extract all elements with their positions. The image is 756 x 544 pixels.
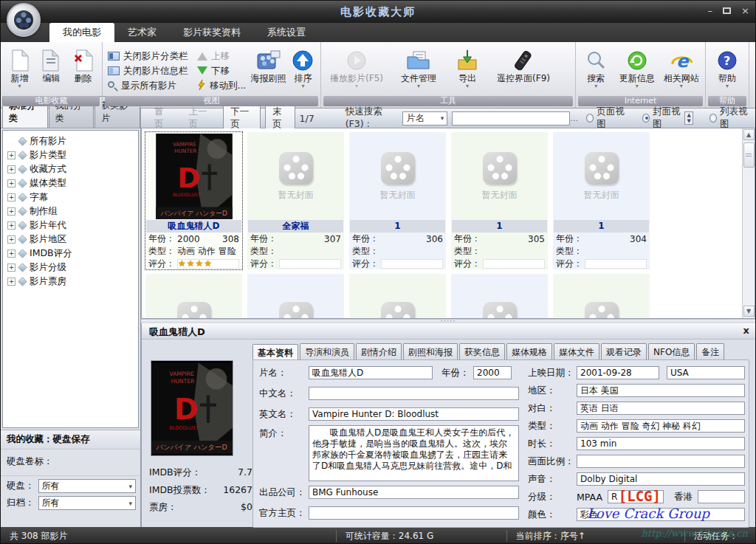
export-button[interactable]: 导出 ▾ [448,45,487,94]
search-more-button[interactable]: … [567,114,581,123]
tab-plot[interactable]: 剧情介绍 [356,343,402,361]
update-info-button[interactable]: 更新信息 ▾ [614,45,661,94]
show-all-movies-button[interactable]: 显示所有影片 [106,78,195,93]
tree-item-all-movies[interactable]: 所有影片 [4,134,137,148]
move-down-button[interactable]: 下移 [195,63,248,78]
file-manager-button[interactable]: 文件管理 ▾ [389,45,448,94]
play-movie-button[interactable]: 播放影片(F5) ▾ [324,45,389,94]
movie-card[interactable]: 暂无封面 全家福 年份：307 类型： 评分： [247,132,344,269]
archive-select[interactable]: 所有▾ [38,496,137,510]
aspect-input[interactable] [577,455,745,468]
movie-card[interactable] [145,274,242,319]
tree-item-certification[interactable]: +影片分级 [4,261,137,275]
movie-card[interactable] [247,274,344,319]
disk-select[interactable]: 所有▾ [38,479,137,493]
grid-scrollbar[interactable]: ▲ ▼ [742,128,755,318]
tree-item-region[interactable]: +影片地区 [4,233,137,247]
studio-input[interactable] [309,486,519,499]
en-name-input[interactable] [309,407,519,421]
new-button[interactable]: 新增 ▾ [4,45,35,94]
expand-icon[interactable]: + [7,179,16,187]
tree-item-production-group[interactable]: +制作组 [4,204,137,218]
genre-input[interactable] [577,419,745,433]
scrollbar-thumb[interactable] [743,142,755,168]
related-sites-button[interactable]: e 相关网站 ▾ [661,45,702,94]
movie-card[interactable] [349,274,446,319]
tab-nfo[interactable]: NFO信息 [648,343,695,361]
search-button[interactable]: 搜索 ▾ [579,45,614,94]
expand-icon[interactable]: + [7,165,16,173]
expand-icon[interactable]: + [7,207,16,216]
close-category-pane-button[interactable]: 关闭影片分类栏 [106,49,195,63]
tab-stills[interactable]: 剧照和海报 [403,343,458,361]
sort-button[interactable]: 排序 ▾ [289,45,317,94]
move-to-button[interactable]: 移动到... [195,78,248,93]
movie-title: 吸血鬼猎人D [146,220,241,233]
tree-item-collect-type[interactable]: +收藏方式 [4,162,137,176]
homepage-input[interactable] [309,506,519,520]
scroll-up-icon[interactable]: ▲ [743,129,755,140]
year-input[interactable] [473,366,512,379]
expand-icon[interactable]: + [7,264,16,272]
sound-input[interactable] [577,472,745,486]
title-input[interactable] [309,366,433,379]
tree-item-year[interactable]: +影片年代 [4,218,137,233]
expand-icon[interactable]: + [7,235,16,244]
spin-up-icon[interactable]: ▲ [685,112,692,118]
scroll-down-icon[interactable]: ▼ [743,306,755,317]
detail-close-button[interactable]: x [743,325,749,336]
region-input[interactable] [577,384,745,397]
tab-artists[interactable]: 艺术家 [114,23,170,42]
summary-textarea[interactable]: 吸血鬼猎人D是吸血鬼王和人类女子生的后代，他身手敏捷，是响当当的吸血鬼猎人。这次… [309,425,519,481]
movie-card[interactable]: 暂无封面 1 年份：305 类型： 评分： [451,132,548,269]
tree-item-imdb-rating[interactable]: +IMDB评分 [4,247,137,261]
delete-button[interactable]: 删除 [67,45,99,94]
tab-watch-history[interactable]: 观看记录 [601,343,647,361]
movie-card[interactable]: 暂无封面 1 年份：304 类型： 评分： [553,132,650,269]
move-up-button[interactable]: 上移 [195,49,248,63]
expand-icon[interactable]: + [7,278,16,286]
movie-card-selected[interactable]: VAMPIRE HUNTER D BLOODLUST バンパイア ハンターD 吸… [145,132,242,269]
cover-size-spinner[interactable]: ▲ ▼ [684,111,693,125]
remote-control-button[interactable]: 遥控界面(F9) [487,45,560,94]
expand-icon[interactable]: + [7,249,16,258]
tab-media-files[interactable]: 媒体文件 [554,343,599,361]
tree-item-media-type[interactable]: +媒体类型 [4,176,137,190]
language-input[interactable] [577,402,745,415]
tree-item-boxoffice[interactable]: +影片票房 [4,275,137,289]
tree-item-genre[interactable]: +影片类型 [4,148,137,162]
tab-settings[interactable]: 系统设置 [254,23,319,42]
search-field-select[interactable]: 片名 ▾ [402,111,447,125]
movie-card[interactable]: 暂无封面 1 年份：306 类型： 评分： [349,132,446,269]
view-option-page[interactable]: 页面视图 [586,106,626,131]
restore-button[interactable] [723,7,731,14]
release-country-input[interactable] [667,366,745,379]
tab-awards-info[interactable]: 获奖信息 [459,343,505,361]
cn-name-input[interactable] [309,387,519,400]
spin-down-icon[interactable]: ▼ [685,118,692,124]
runtime-input[interactable] [577,437,745,450]
expand-icon[interactable]: + [7,193,16,202]
tree-item-subtitles[interactable]: +字幕 [4,190,137,204]
close-button[interactable]: × [741,5,749,16]
movie-card[interactable] [553,274,650,319]
close-info-pane-button[interactable]: 关闭影片信息栏 [106,63,195,78]
movie-card[interactable] [451,274,548,319]
app-logo-icon[interactable] [7,3,41,37]
expand-icon[interactable]: + [7,151,16,159]
edit-button[interactable]: 编辑 [35,45,67,94]
view-option-list[interactable]: 列表视图 [709,106,749,131]
view-option-cover[interactable]: 封面视图 ▲ ▼ [642,106,693,131]
release-date-input[interactable] [577,366,659,379]
posters-stills-button[interactable]: 海报剧照 [248,45,289,94]
tab-my-movies[interactable]: 我的电影 [49,23,114,42]
quick-search-input[interactable] [453,113,567,124]
tab-media-specs[interactable]: 媒体规格 [506,343,552,361]
tab-awards[interactable]: 影片获奖资料 [170,23,254,42]
tab-cast[interactable]: 导演和演员 [300,343,354,361]
minimize-button[interactable]: – [708,5,713,16]
tab-notes[interactable]: 备注 [696,343,724,361]
expand-icon[interactable]: + [7,221,16,230]
help-button[interactable]: ? 帮助 ▾ [709,45,746,94]
hk-rating-input[interactable] [698,490,745,503]
